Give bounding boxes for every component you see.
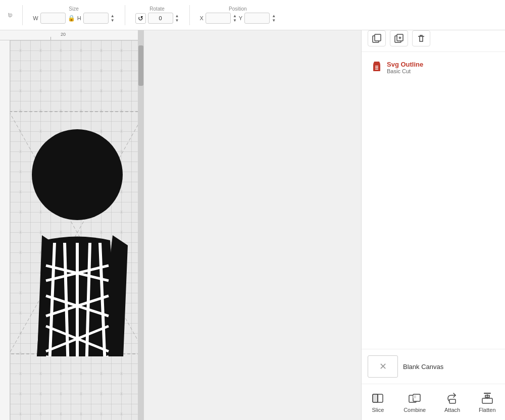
canvas-scrollbar-thumb[interactable] [138, 45, 143, 86]
svg-rect-29 [375, 34, 381, 41]
ruler-tick-20 [50, 37, 51, 40]
size-arrows[interactable]: ▲▼ [111, 14, 115, 23]
add-layer-btn[interactable] [390, 30, 408, 46]
layer-icon [372, 60, 382, 75]
layer-item[interactable]: Svg Outline Basic Cut [368, 57, 499, 78]
size-w-input[interactable] [40, 13, 66, 24]
toolbar-group-tp: tp [4, 12, 16, 18]
ruler-number-20: 20 [61, 32, 66, 37]
flatten-label: Flatten [479, 407, 496, 413]
slice-icon [371, 391, 385, 405]
flatten-button[interactable]: Flatten [475, 389, 500, 415]
rotate-arrows[interactable]: ▲▼ [175, 14, 179, 23]
layers-list: Svg Outline Basic Cut [362, 52, 505, 349]
divider-2 [125, 5, 125, 25]
toolbar-group-position: Position X ▲▼ Y ▲▼ [196, 6, 280, 24]
combine-icon [408, 391, 422, 405]
pos-x-label: X [200, 15, 204, 21]
panel-bottom: Slice Combine Attach [362, 384, 505, 420]
attach-icon [445, 391, 460, 405]
attach-label: Attach [444, 407, 460, 413]
basketball-trophy-svg [10, 109, 144, 356]
pos-x-arrows[interactable]: ▲▼ [233, 14, 237, 23]
pos-y-arrows[interactable]: ▲▼ [272, 14, 276, 23]
combine-button[interactable]: Combine [399, 389, 430, 415]
divider-3 [189, 5, 190, 25]
ruler-top: 20 30 [0, 30, 144, 40]
size-label: Size [69, 6, 78, 12]
rotate-inputs: ↺ ▲▼ [135, 13, 179, 24]
blank-canvas-preview: ✕ [368, 355, 398, 378]
size-h-label: H [77, 15, 81, 21]
svg-rect-45 [482, 398, 492, 403]
svg-rect-44 [449, 399, 456, 403]
divider-1 [22, 5, 23, 25]
layer-info: Svg Outline Basic Cut [387, 61, 423, 74]
combine-label: Combine [403, 407, 426, 413]
slice-button[interactable]: Slice [367, 389, 389, 415]
pos-y-input[interactable] [244, 13, 270, 24]
toolbar: tp Size W 🔒 H ▲▼ Rotate ↺ ▲▼ Position [0, 0, 505, 30]
delete-layer-btn[interactable] [412, 30, 430, 46]
canvas-scrollbar[interactable] [138, 30, 144, 420]
attach-button[interactable]: Attach [440, 389, 464, 415]
lock-icon[interactable]: 🔒 [68, 15, 75, 22]
size-w-label: W [33, 15, 38, 21]
rotate-input[interactable] [148, 13, 173, 24]
svg-point-3 [32, 129, 123, 220]
size-inputs: W 🔒 H ▲▼ [33, 13, 114, 24]
pos-y-label: Y [239, 15, 242, 21]
layer-type: Basic Cut [387, 68, 423, 74]
svg-container[interactable] [10, 109, 144, 351]
rotate-ccw-btn[interactable]: ↺ [135, 13, 146, 24]
canvas-grid[interactable] [10, 40, 144, 420]
pos-x-input[interactable] [206, 13, 231, 24]
duplicate-canvas-btn[interactable] [368, 30, 386, 46]
canvas-area[interactable]: 20 30 [0, 30, 144, 420]
blank-canvas-x: ✕ [379, 361, 387, 372]
slice-label: Slice [372, 407, 384, 413]
svg-rect-43 [413, 395, 416, 398]
flatten-icon [480, 391, 494, 405]
blank-canvas-label: Blank Canvas [403, 363, 443, 371]
toolbar-group-size: Size W 🔒 H ▲▼ [29, 6, 118, 24]
svg-rect-39 [373, 394, 378, 402]
right-panel: Layers Color Sync [361, 0, 505, 420]
size-h-input[interactable] [83, 13, 109, 24]
ruler-left [0, 40, 10, 420]
toolbar-group-rotate: Rotate ↺ ▲▼ [131, 6, 183, 24]
position-label: Position [229, 6, 247, 12]
rotate-label: Rotate [149, 6, 164, 12]
tp-label: tp [8, 12, 12, 18]
blank-canvas-section[interactable]: ✕ Blank Canvas [362, 349, 505, 384]
position-inputs: X ▲▼ Y ▲▼ [200, 13, 276, 24]
layer-name: Svg Outline [387, 61, 423, 68]
